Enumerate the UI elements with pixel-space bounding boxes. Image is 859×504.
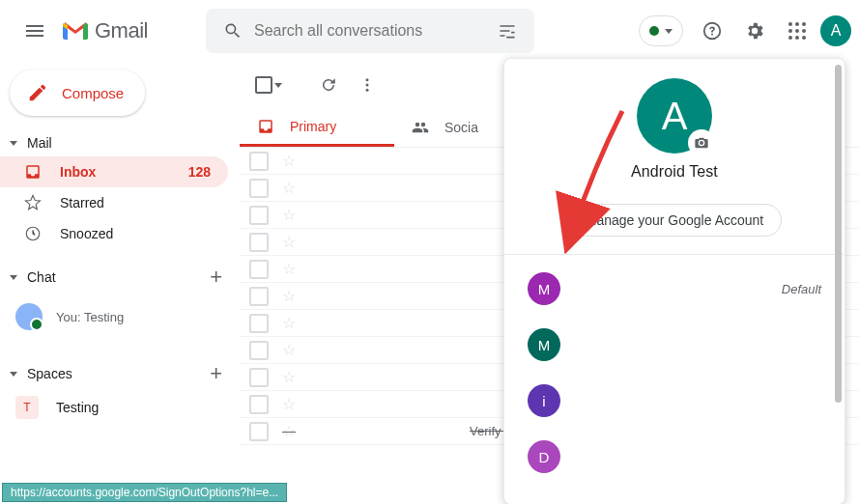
svg-point-11 <box>366 84 369 87</box>
tab-primary-label: Primary <box>290 119 336 134</box>
account-row[interactable]: M <box>504 317 845 373</box>
star-button[interactable]: ☆ <box>282 179 296 197</box>
search-bar[interactable] <box>206 9 534 53</box>
mail-checkbox[interactable] <box>249 395 269 414</box>
more-button[interactable] <box>348 66 387 104</box>
hamburger-icon <box>23 19 46 42</box>
search-options-icon[interactable] <box>488 21 527 41</box>
add-chat-button[interactable]: + <box>210 265 222 290</box>
snoozed-label: Snoozed <box>60 226 113 241</box>
pencil-icon <box>27 82 48 103</box>
spaces-section-header[interactable]: Spaces + <box>0 355 240 392</box>
inbox-count: 128 <box>188 164 211 180</box>
star-button[interactable]: ☆ <box>282 341 296 359</box>
main-menu-button[interactable] <box>12 8 58 54</box>
gmail-logo-icon <box>62 20 89 42</box>
svg-point-3 <box>788 29 792 33</box>
gmail-logo[interactable]: Gmail <box>62 18 148 43</box>
add-space-button[interactable]: + <box>210 361 222 386</box>
star-button[interactable]: ☆ <box>282 395 296 413</box>
mail-checkbox[interactable] <box>249 179 269 198</box>
star-button[interactable]: ☆ <box>282 260 296 278</box>
star-button[interactable]: ☆ <box>282 206 296 224</box>
sidebar-item-inbox[interactable]: Inbox 128 <box>0 156 228 187</box>
caret-down-icon <box>10 141 17 146</box>
sidebar-item-starred[interactable]: Starred <box>0 187 228 218</box>
chat-item-label: You: Testing <box>56 310 124 324</box>
manage-account-button[interactable]: Manage your Google Account <box>567 204 782 237</box>
star-button[interactable]: ☆ <box>282 422 296 440</box>
google-apps-button[interactable] <box>778 12 816 50</box>
starred-label: Starred <box>60 195 104 210</box>
svg-point-2 <box>802 22 806 26</box>
mail-checkbox[interactable] <box>249 233 269 252</box>
inbox-icon <box>23 163 43 181</box>
svg-point-1 <box>795 22 799 26</box>
search-input[interactable] <box>252 21 488 41</box>
svg-point-7 <box>795 36 799 40</box>
chat-section-header[interactable]: Chat + <box>0 259 240 295</box>
checkbox-icon <box>255 76 272 94</box>
change-photo-button[interactable] <box>688 129 715 156</box>
refresh-icon <box>320 76 337 94</box>
caret-down-icon <box>10 372 17 377</box>
caret-down-icon <box>10 275 17 280</box>
help-icon <box>702 20 723 42</box>
clock-icon <box>23 225 43 242</box>
chat-section-label: Chat <box>27 269 56 285</box>
popup-scrollbar[interactable] <box>835 65 842 403</box>
mail-section-label: Mail <box>27 135 52 151</box>
space-item-label: Testing <box>56 400 99 415</box>
select-all-checkbox[interactable] <box>249 70 288 99</box>
star-button[interactable]: ☆ <box>282 233 296 251</box>
compose-button[interactable]: Compose <box>10 70 145 116</box>
active-status-icon <box>649 26 659 36</box>
account-avatar-icon: D <box>528 440 560 473</box>
chat-item[interactable]: You: Testing <box>0 295 240 338</box>
avatar-letter: A <box>662 95 688 138</box>
svg-point-8 <box>802 36 806 40</box>
star-button[interactable]: ☆ <box>282 287 296 305</box>
caret-down-icon <box>665 29 673 34</box>
people-icon <box>412 119 429 136</box>
space-item[interactable]: T Testing <box>0 392 228 423</box>
camera-icon <box>694 135 709 151</box>
svg-point-5 <box>802 29 806 33</box>
account-avatar-icon: M <box>528 272 560 305</box>
status-indicator[interactable] <box>639 15 683 46</box>
star-icon <box>23 194 43 211</box>
header-right: A <box>639 12 851 50</box>
account-avatar[interactable]: A <box>820 15 851 46</box>
tab-social[interactable]: Socia <box>394 108 496 147</box>
mail-checkbox[interactable] <box>249 260 269 279</box>
mail-checkbox[interactable] <box>249 314 269 333</box>
star-button[interactable]: ☆ <box>282 152 296 170</box>
account-row[interactable]: D <box>504 429 845 485</box>
mail-checkbox[interactable] <box>249 422 269 441</box>
mail-checkbox[interactable] <box>249 206 269 225</box>
star-button[interactable]: ☆ <box>282 314 296 332</box>
account-row[interactable]: MDefault <box>504 261 845 317</box>
sidebar: Compose Mail Inbox 128 Starred Snoozed C… <box>0 62 240 504</box>
app-name: Gmail <box>95 18 148 43</box>
account-row[interactable]: i <box>504 373 845 429</box>
svg-point-6 <box>788 36 792 40</box>
sidebar-item-snoozed[interactable]: Snoozed <box>0 218 228 249</box>
tab-primary[interactable]: Primary <box>240 108 394 147</box>
mail-checkbox[interactable] <box>249 368 269 387</box>
default-account-tag: Default <box>782 282 821 296</box>
refresh-button[interactable] <box>309 66 348 104</box>
tab-social-label: Socia <box>444 120 478 135</box>
mail-checkbox[interactable] <box>249 152 269 171</box>
account-popup: A Android Test Manage your Google Accoun… <box>503 58 845 504</box>
space-avatar: T <box>15 396 39 419</box>
browser-status-bar: https://accounts.google.com/SignOutOptio… <box>2 483 287 502</box>
settings-button[interactable] <box>735 12 774 50</box>
inbox-icon <box>257 118 274 135</box>
star-button[interactable]: ☆ <box>282 368 296 386</box>
mail-section-header[interactable]: Mail <box>0 129 240 156</box>
mail-checkbox[interactable] <box>249 341 269 360</box>
mail-checkbox[interactable] <box>249 287 269 306</box>
support-button[interactable] <box>693 12 731 50</box>
search-icon[interactable] <box>214 21 252 41</box>
